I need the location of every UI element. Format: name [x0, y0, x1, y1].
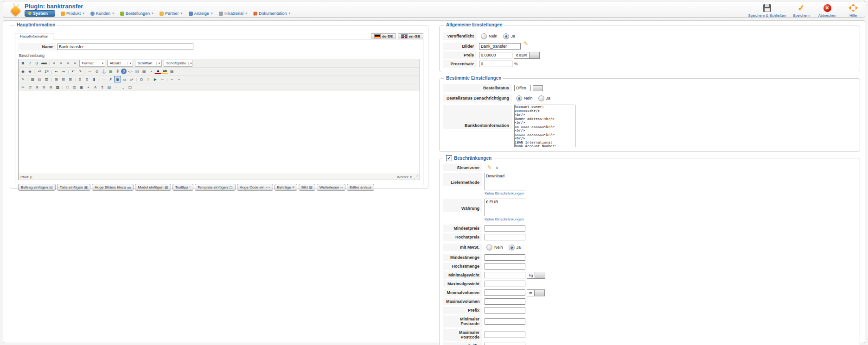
- percentage-input[interactable]: [479, 61, 512, 67]
- bullet-list-icon[interactable]: •≡: [36, 68, 43, 75]
- unlink-icon[interactable]: ⊘: [93, 68, 100, 75]
- save-button[interactable]: ✓ Speichern: [791, 3, 812, 18]
- insert-col-after-icon[interactable]: ▯: [83, 76, 90, 82]
- menu-kunden[interactable]: Kunden ▼: [90, 11, 115, 16]
- max-postcode-input[interactable]: [485, 332, 525, 338]
- menu-produkt[interactable]: Produkt ▼: [61, 11, 85, 16]
- text-color-icon[interactable]: A: [154, 69, 161, 74]
- volume-unit-select-button[interactable]: [534, 290, 544, 296]
- font-dropdown[interactable]: Schriftart ▼: [135, 60, 162, 67]
- tab-hauptinformation[interactable]: Hauptinformation: [15, 33, 53, 39]
- fullscreen-icon[interactable]: ◰: [71, 84, 78, 90]
- insert-module-button[interactable]: Modul einfügen ▦: [135, 184, 171, 191]
- editor-canvas[interactable]: [19, 91, 420, 174]
- italic-icon[interactable]: I: [26, 60, 33, 67]
- superscript-icon[interactable]: x²: [128, 76, 135, 82]
- html-icon[interactable]: <>: [127, 68, 134, 75]
- suffix-input[interactable]: [485, 343, 525, 345]
- insert-layer-icon[interactable]: ▣: [78, 84, 85, 90]
- lang-tab-en[interactable]: en-GB: [398, 33, 423, 39]
- save-close-button[interactable]: Speichern & Schließen: [748, 3, 786, 18]
- paragraph-dropdown[interactable]: Absatz ▼: [107, 60, 133, 67]
- insert-tabs-button[interactable]: Tabs einfügen ▣: [57, 184, 90, 191]
- align-center-icon[interactable]: ≡: [57, 60, 64, 67]
- menu-partner[interactable]: Partner ▼: [160, 11, 183, 16]
- charmap-icon[interactable]: Ω: [138, 76, 145, 82]
- delete-row-icon[interactable]: ⊠: [67, 76, 74, 82]
- articles-button[interactable]: Beiträge ≡: [274, 184, 297, 191]
- published-no-radio[interactable]: [481, 33, 487, 39]
- insert-row-before-icon[interactable]: ⊞: [53, 76, 60, 82]
- emotions-icon[interactable]: ☺: [145, 76, 152, 82]
- cell-props-icon[interactable]: ▥: [43, 76, 50, 82]
- delete-col-icon[interactable]: ▮: [90, 76, 97, 82]
- min-volume-input[interactable]: [485, 289, 525, 296]
- visualaid-icon[interactable]: ▣: [114, 76, 121, 82]
- blockquote-icon[interactable]: „: [120, 84, 127, 90]
- price-input[interactable]: [479, 52, 512, 58]
- menu-anzeige[interactable]: Anzeige ▼: [189, 11, 213, 16]
- align-justify-icon[interactable]: ≡: [71, 60, 78, 67]
- min-quantity-input[interactable]: [485, 254, 525, 261]
- huge-code-button[interactable]: Huge Code ein <>: [237, 184, 273, 191]
- restrictions-checkbox[interactable]: ✓: [446, 155, 452, 161]
- visual-chars-icon[interactable]: ·: [113, 84, 120, 90]
- ltr-icon[interactable]: «: [168, 76, 175, 82]
- table-icon[interactable]: ▦: [168, 68, 175, 75]
- max-volume-input[interactable]: [485, 298, 525, 305]
- edit-pencil-icon[interactable]: ✎: [523, 40, 528, 47]
- currency-no-restrictions-link[interactable]: Keine Einschränkungen: [485, 217, 526, 221]
- time-icon[interactable]: ◔: [147, 68, 154, 75]
- paragraph-icon[interactable]: ¶: [99, 84, 106, 90]
- notification-yes-radio[interactable]: [538, 95, 544, 101]
- cleanup-icon[interactable]: ※: [114, 68, 121, 75]
- min-price-input[interactable]: [485, 225, 525, 232]
- image-button[interactable]: Bild ▦: [299, 184, 315, 191]
- insert-col-before-icon[interactable]: ▯: [77, 76, 83, 82]
- edit-pencil-icon[interactable]: ✎: [487, 164, 492, 171]
- max-weight-input[interactable]: [485, 281, 525, 287]
- anchor-icon[interactable]: ⚓: [100, 68, 107, 75]
- lang-tab-de[interactable]: de-DE: [371, 33, 396, 39]
- align-right-icon[interactable]: ≡: [64, 60, 71, 67]
- currency-select[interactable]: € EUR: [485, 199, 526, 216]
- order-status-select-button[interactable]: [533, 85, 543, 91]
- cut-icon[interactable]: ✂: [19, 84, 26, 90]
- link-icon[interactable]: ∞: [86, 68, 93, 75]
- paste-icon[interactable]: ⊕: [33, 84, 40, 90]
- shipping-no-restrictions-link[interactable]: Keine Einschränkungen: [485, 191, 526, 195]
- notification-no-radio[interactable]: [516, 95, 522, 101]
- menu-hikaserial[interactable]: HikaSerial ▼: [219, 11, 248, 16]
- prefix-input[interactable]: [485, 307, 525, 314]
- date-icon[interactable]: ▦: [140, 68, 147, 75]
- image-icon[interactable]: ▦: [107, 68, 114, 75]
- readmore-button[interactable]: Weiterlesen ┄: [317, 184, 345, 191]
- vat-yes-radio[interactable]: [509, 245, 515, 251]
- toggle-editor-button[interactable]: Editor an/aus: [347, 184, 374, 191]
- outdent-icon[interactable]: ⇤: [53, 68, 60, 75]
- undo-icon[interactable]: ↶: [70, 68, 77, 75]
- copy-icon[interactable]: ⊡: [26, 84, 33, 90]
- help-icon[interactable]: ?: [121, 69, 127, 74]
- images-input[interactable]: [479, 43, 521, 50]
- min-weight-input[interactable]: [485, 272, 525, 278]
- fullpage-icon[interactable]: ▤: [134, 68, 140, 75]
- max-price-input[interactable]: [485, 234, 525, 240]
- weight-unit-select-button[interactable]: [535, 272, 545, 278]
- min-postcode-input[interactable]: [485, 318, 525, 325]
- cancel-button[interactable]: × Abbrechen: [817, 3, 838, 18]
- huge-sliders-button[interactable]: Huge Sliders hinzu ▬: [92, 184, 134, 191]
- new-document-icon[interactable]: □: [64, 84, 71, 90]
- menu-system[interactable]: ⚙ System ▼: [25, 10, 55, 17]
- template-icon[interactable]: ▢: [127, 84, 134, 90]
- find-icon[interactable]: ◉: [19, 68, 26, 75]
- published-yes-radio[interactable]: [503, 33, 509, 39]
- paste-text-icon[interactable]: ⊜: [40, 84, 47, 90]
- menu-dokumentation[interactable]: Dokumentation ▼: [253, 11, 291, 16]
- find-replace-icon[interactable]: ◈: [26, 68, 33, 75]
- subscript-icon[interactable]: x₂: [121, 76, 128, 82]
- remove-format-icon[interactable]: ✗: [107, 76, 114, 82]
- shipping-method-select[interactable]: Download: [485, 173, 526, 190]
- order-status-input[interactable]: [514, 85, 531, 91]
- name-input[interactable]: [57, 44, 193, 50]
